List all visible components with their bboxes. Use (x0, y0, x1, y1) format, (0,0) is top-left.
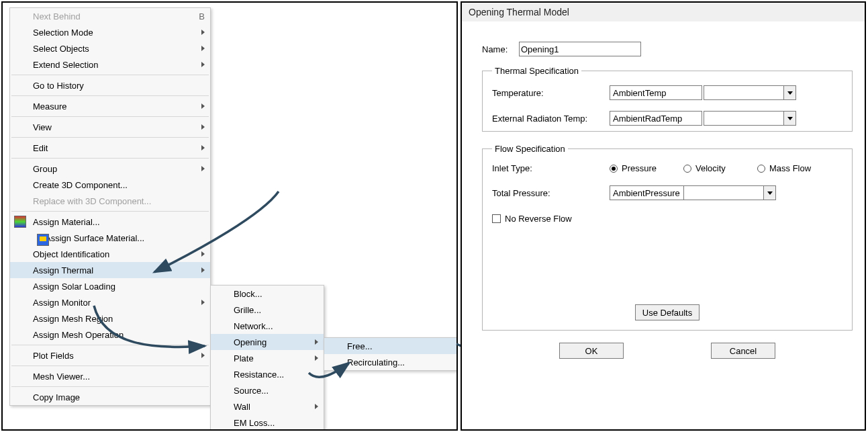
menu-assign-monitor[interactable]: Assign Monitor (10, 294, 210, 310)
svg-marker-3 (244, 140, 405, 221)
menu-go-history[interactable]: Go to History (10, 77, 210, 93)
temperature-label: Temperature: (492, 88, 610, 98)
menu-emloss[interactable]: EM Loss... (211, 415, 324, 431)
name-value: Opening1 (521, 44, 559, 54)
menu-item-label: Group (33, 164, 196, 174)
dropdown-button[interactable] (763, 186, 775, 200)
menu-item-label: Resistance... (234, 370, 318, 380)
menu-plate[interactable]: Plate (211, 350, 324, 366)
dialog-title: Opening Thermal Model (462, 3, 865, 21)
menu-item-label: Extend Selection (33, 60, 196, 70)
svg-marker-4 (254, 147, 395, 221)
menu-selection-mode[interactable]: Selection Mode (10, 24, 210, 40)
radio-mass-flow[interactable]: Mass Flow (757, 163, 831, 173)
menu-item-label: Recirculating... (347, 357, 452, 368)
menu-item-label: Assign Solar Loading (33, 282, 205, 292)
cancel-button[interactable]: Cancel (711, 343, 775, 359)
menu-replace-3d-component: Replace with 3D Component... (10, 193, 210, 209)
menu-item-label: Source... (234, 386, 318, 396)
chevron-right-icon (201, 300, 205, 305)
radio-label: Mass Flow (769, 163, 811, 173)
menu-item-label: Replace with 3D Component... (33, 196, 205, 206)
combo-value: AmbientTemp (610, 88, 702, 98)
menu-item-label: Selection Mode (33, 28, 196, 38)
menu-item-label: Block... (234, 289, 318, 299)
menu-assign-material[interactable]: Assign Material... (10, 214, 210, 230)
menu-plot-fields[interactable]: Plot Fields (10, 347, 210, 363)
submenu-assign-thermal: Block... Grille... Network... Opening Pl… (210, 285, 324, 431)
no-reverse-flow-checkbox[interactable]: No Reverse Flow (492, 214, 842, 224)
radio-label: Velocity (695, 163, 726, 173)
ok-button[interactable]: OK (559, 343, 624, 359)
name-input[interactable]: Opening1 (519, 42, 641, 56)
chevron-right-icon (201, 251, 205, 257)
menu-copy-image[interactable]: Copy Image (10, 389, 210, 405)
temperature-unit-combo[interactable] (704, 85, 796, 100)
chevron-right-icon (201, 145, 205, 150)
thermal-legend: Thermal Specification (492, 66, 581, 76)
menu-item-label: Select Objects (33, 44, 196, 54)
menu-source[interactable]: Source... (211, 382, 324, 398)
menu-network[interactable]: Network... (211, 318, 324, 334)
menu-extend-selection[interactable]: Extend Selection (10, 56, 210, 73)
menu-grille[interactable]: Grille... (211, 302, 324, 318)
menu-recirculating[interactable]: Recirculating... (324, 354, 457, 370)
checkbox-icon (492, 214, 501, 223)
menu-assign-surface-material[interactable]: Assign Surface Material... (10, 230, 210, 246)
dropdown-button[interactable] (783, 86, 795, 99)
chevron-right-icon (201, 103, 205, 109)
temperature-combo[interactable]: AmbientTemp (610, 85, 702, 100)
dropdown-button[interactable] (783, 112, 795, 125)
flow-specification-group: Flow Specification Inlet Type: Pressure … (482, 144, 853, 331)
menu-item-label: Opening (234, 337, 309, 347)
chevron-right-icon (315, 339, 318, 345)
menu-opening[interactable]: Opening (211, 334, 324, 350)
menu-object-identification[interactable]: Object Identification (10, 246, 210, 262)
menu-free[interactable]: Free... (324, 338, 457, 354)
external-radiation-unit-combo[interactable] (704, 111, 796, 126)
use-defaults-button[interactable]: Use Defaults (635, 304, 700, 320)
menu-mesh-viewer[interactable]: Mesh Viewer... (10, 368, 210, 384)
menu-measure[interactable]: Measure (10, 98, 210, 114)
menu-group[interactable]: Group (10, 161, 210, 177)
chevron-right-icon (201, 267, 205, 273)
menu-view[interactable]: View (10, 119, 210, 135)
menu-assign-thermal[interactable]: Assign Thermal (10, 262, 210, 278)
menu-assign-mesh-operation[interactable]: Assign Mesh Operation (10, 327, 210, 343)
surface-material-icon (37, 234, 49, 246)
radio-velocity[interactable]: Velocity (683, 163, 757, 173)
total-pressure-label: Total Pressure: (492, 188, 610, 198)
menu-assign-mesh-region[interactable]: Assign Mesh Region (10, 310, 210, 327)
combo-value: AmbientRadTemp (610, 114, 702, 124)
menu-resistance[interactable]: Resistance... (211, 366, 324, 382)
menu-item-label: Grille... (234, 305, 318, 315)
external-radiation-combo[interactable]: AmbientRadTemp (610, 111, 702, 126)
chevron-right-icon (201, 46, 205, 51)
menu-block[interactable]: Block... (211, 286, 324, 302)
chevron-down-icon (787, 91, 793, 95)
opening-thermal-model-dialog: Opening Thermal Model Name: Opening1 The… (461, 1, 866, 431)
inlet-type-label: Inlet Type: (492, 163, 610, 173)
menu-edit[interactable]: Edit (10, 140, 210, 156)
menu-item-label: Assign Monitor (33, 298, 196, 308)
menu-item-label: Plate (234, 353, 309, 363)
menu-create-3d-component[interactable]: Create 3D Component... (10, 177, 210, 193)
name-label: Name: (482, 44, 519, 54)
menu-assign-solar-loading[interactable]: Assign Solar Loading (10, 278, 210, 294)
menu-item-label: Object Identification (33, 249, 196, 259)
menu-item-label: Plot Fields (33, 351, 196, 361)
menu-item-label: Assign Surface Material... (45, 233, 205, 243)
checkbox-label: No Reverse Flow (505, 214, 572, 224)
model-view: Next Behind B Selection Mode Select Obje… (1, 1, 458, 431)
chevron-down-icon (767, 191, 773, 195)
radio-pressure[interactable]: Pressure (610, 163, 683, 173)
flow-legend: Flow Specification (492, 144, 568, 154)
total-pressure-unit-combo[interactable] (683, 185, 776, 200)
menu-select-objects[interactable]: Select Objects (10, 40, 210, 56)
menu-wall[interactable]: Wall (211, 398, 324, 415)
menu-next-behind: Next Behind B (10, 8, 210, 24)
thermal-specification-group: Thermal Specification Temperature: Ambie… (482, 66, 853, 132)
menu-item-label: Wall (234, 402, 309, 412)
chevron-right-icon (201, 353, 205, 358)
menu-item-label: Assign Mesh Region (33, 314, 205, 324)
